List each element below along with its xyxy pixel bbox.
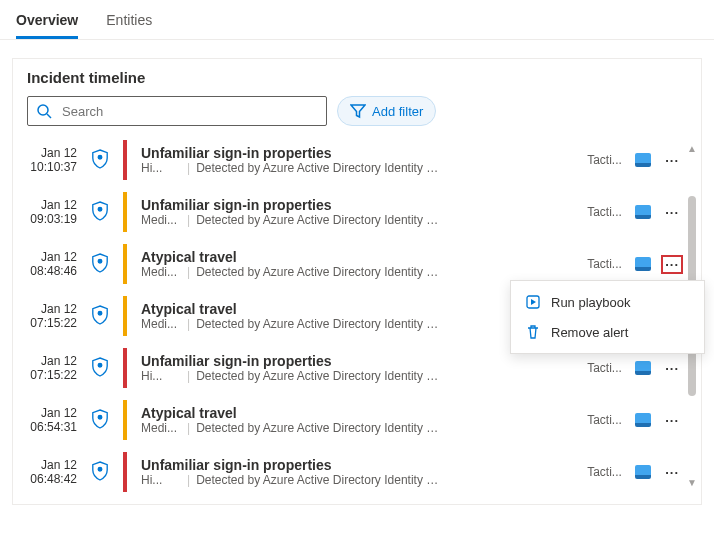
run-playbook-item[interactable]: Run playbook <box>511 287 704 317</box>
severity-text: Medi... <box>141 265 181 279</box>
time-label: 07:15:22 <box>23 316 77 330</box>
alert-title: Unfamiliar sign-in properties <box>141 197 579 213</box>
timestamp: Jan 1206:48:42 <box>23 458 77 486</box>
machine-icon <box>635 257 651 271</box>
alert-meta: Hi...|Detected by Azure Active Directory… <box>141 161 579 175</box>
severity-bar <box>123 296 127 336</box>
time-label: 06:48:42 <box>23 472 77 486</box>
time-label: 08:48:46 <box>23 264 77 278</box>
shield-icon <box>91 357 109 380</box>
date-label: Jan 12 <box>23 458 77 472</box>
search-input[interactable] <box>60 103 318 120</box>
severity-bar <box>123 244 127 284</box>
alert-meta: Hi...|Detected by Azure Active Directory… <box>141 473 579 487</box>
trash-icon <box>525 324 541 340</box>
date-label: Jan 12 <box>23 198 77 212</box>
timeline-row[interactable]: Jan 1206:48:42Unfamiliar sign-in propert… <box>13 446 693 498</box>
timestamp: Jan 1208:48:46 <box>23 250 77 278</box>
more-actions-button[interactable]: ··· <box>661 463 683 482</box>
row-right: Tacti...··· <box>587 359 683 378</box>
severity-bar <box>123 192 127 232</box>
tactics-label: Tacti... <box>587 361 625 375</box>
timestamp: Jan 1207:15:22 <box>23 302 77 330</box>
detected-by-text: Detected by Azure Active Directory Ident… <box>196 473 446 487</box>
add-filter-button[interactable]: Add filter <box>337 96 436 126</box>
machine-icon <box>635 465 651 479</box>
timeline-row[interactable]: Jan 1209:03:19Unfamiliar sign-in propert… <box>13 186 693 238</box>
search-box[interactable] <box>27 96 327 126</box>
shield-icon <box>91 149 109 172</box>
severity-text: Hi... <box>141 161 181 175</box>
machine-icon <box>635 361 651 375</box>
tactics-label: Tacti... <box>587 257 625 271</box>
alert-title: Unfamiliar sign-in properties <box>141 457 579 473</box>
timestamp: Jan 1206:54:31 <box>23 406 77 434</box>
machine-icon <box>635 413 651 427</box>
machine-icon <box>635 205 651 219</box>
severity-text: Medi... <box>141 213 181 227</box>
detected-by-text: Detected by Azure Active Directory Ident… <box>196 317 446 331</box>
row-right: Tacti...··· <box>587 411 683 430</box>
svg-point-5 <box>98 311 102 315</box>
alert-meta: Medi...|Detected by Azure Active Directo… <box>141 213 579 227</box>
timestamp: Jan 1207:15:22 <box>23 354 77 382</box>
tactics-label: Tacti... <box>587 465 625 479</box>
time-label: 06:54:31 <box>23 420 77 434</box>
controls: Add filter <box>13 96 701 134</box>
row-body: Unfamiliar sign-in propertiesHi...|Detec… <box>141 353 579 383</box>
detected-by-text: Detected by Azure Active Directory Ident… <box>196 265 446 279</box>
alert-meta: Medi...|Detected by Azure Active Directo… <box>141 265 579 279</box>
tactics-label: Tacti... <box>587 205 625 219</box>
playbook-icon <box>525 294 541 310</box>
tabs: Overview Entities <box>0 0 714 40</box>
timeline-row[interactable]: Jan 1210:10:37Unfamiliar sign-in propert… <box>13 134 693 186</box>
severity-text: Hi... <box>141 473 181 487</box>
row-right: Tacti...··· <box>587 203 683 222</box>
date-label: Jan 12 <box>23 250 77 264</box>
row-body: Atypical travelMedi...|Detected by Azure… <box>141 405 579 435</box>
svg-point-8 <box>98 467 102 471</box>
svg-point-0 <box>38 105 48 115</box>
row-right: Tacti...··· <box>587 255 683 274</box>
more-actions-button[interactable]: ··· <box>661 359 683 378</box>
severity-bar <box>123 452 127 492</box>
timeline-row[interactable]: Jan 1206:54:31Atypical travelMedi...|Det… <box>13 394 693 446</box>
alert-meta: Hi...|Detected by Azure Active Directory… <box>141 369 579 383</box>
svg-point-7 <box>98 415 102 419</box>
more-actions-button[interactable]: ··· <box>661 411 683 430</box>
date-label: Jan 12 <box>23 406 77 420</box>
row-body: Atypical travelMedi...|Detected by Azure… <box>141 249 579 279</box>
time-label: 10:10:37 <box>23 160 77 174</box>
date-label: Jan 12 <box>23 354 77 368</box>
remove-alert-item[interactable]: Remove alert <box>511 317 704 347</box>
panel-title: Incident timeline <box>13 69 701 96</box>
time-label: 09:03:19 <box>23 212 77 226</box>
filter-icon <box>350 103 366 119</box>
alert-title: Atypical travel <box>141 405 579 421</box>
row-right: Tacti...··· <box>587 151 683 170</box>
tactics-label: Tacti... <box>587 153 625 167</box>
run-playbook-label: Run playbook <box>551 295 631 310</box>
row-body: Unfamiliar sign-in propertiesHi...|Detec… <box>141 145 579 175</box>
search-icon <box>36 103 52 119</box>
date-label: Jan 12 <box>23 146 77 160</box>
remove-alert-label: Remove alert <box>551 325 628 340</box>
svg-point-6 <box>98 363 102 367</box>
alert-meta: Medi...|Detected by Azure Active Directo… <box>141 421 579 435</box>
severity-bar <box>123 348 127 388</box>
detected-by-text: Detected by Azure Active Directory Ident… <box>196 421 446 435</box>
severity-bar <box>123 140 127 180</box>
severity-bar <box>123 400 127 440</box>
more-actions-button[interactable]: ··· <box>661 151 683 170</box>
svg-line-1 <box>47 114 51 118</box>
alert-title: Atypical travel <box>141 249 579 265</box>
svg-point-4 <box>98 259 102 263</box>
tab-overview[interactable]: Overview <box>16 6 78 39</box>
more-actions-button[interactable]: ··· <box>661 203 683 222</box>
shield-icon <box>91 201 109 224</box>
severity-text: Hi... <box>141 369 181 383</box>
detected-by-text: Detected by Azure Active Directory Ident… <box>196 213 446 227</box>
severity-text: Medi... <box>141 421 181 435</box>
tab-entities[interactable]: Entities <box>106 6 152 39</box>
more-actions-button[interactable]: ··· <box>661 255 683 274</box>
